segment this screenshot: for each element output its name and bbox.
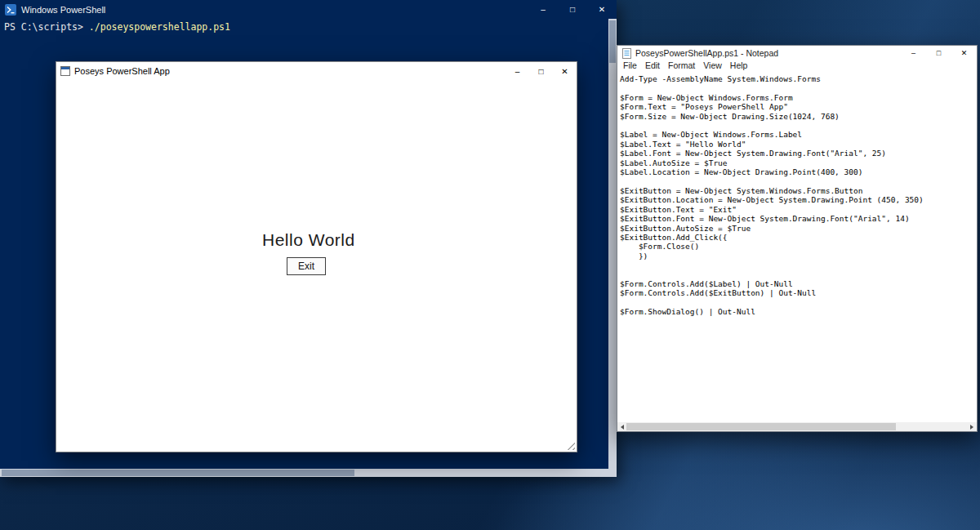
notepad-icon [622, 48, 631, 59]
code-line: $Label = New-Object Windows.Forms.Label [620, 130, 974, 139]
code-line [620, 83, 974, 92]
powershell-icon [5, 4, 16, 16]
notepad-titlebar[interactable]: PoseysPowerShellApp.ps1 - Notepad – □ ✕ [617, 46, 977, 60]
code-line [620, 261, 974, 269]
code-line: $Form.Size = New-Object Drawing.Size(102… [620, 112, 974, 121]
resize-grip-icon[interactable] [564, 439, 575, 450]
close-button[interactable]: ✕ [553, 62, 577, 80]
forms-app-titlebar[interactable]: Poseys PowerShell App – □ ✕ [56, 62, 577, 80]
maximize-button[interactable]: □ [926, 46, 951, 60]
scrollbar-thumb[interactable] [2, 470, 354, 476]
powershell-window-controls: – □ ✕ [528, 0, 617, 19]
code-line: $ExitButton.AutoSize = $True [620, 224, 974, 233]
console-prompt-line: PS C:\scripts> ./poseyspowershellapp.ps1 [4, 21, 604, 33]
close-button[interactable]: ✕ [951, 46, 977, 60]
scrollbar-thumb[interactable] [609, 20, 616, 63]
code-line [620, 270, 974, 279]
notepad-title: PoseysPowerShellApp.ps1 - Notepad [635, 48, 778, 58]
powershell-titlebar[interactable]: Windows PowerShell – □ ✕ [0, 0, 617, 19]
scrollbar-corner [608, 469, 617, 477]
menu-item[interactable]: File [619, 60, 641, 70]
minimize-button[interactable]: – [901, 46, 926, 60]
forms-app-client-area: Hello World Exit [56, 80, 577, 452]
code-line: $Form.Controls.Add($Label) | Out-Null [620, 279, 974, 288]
code-line: $ExitButton.Add_Click({ [620, 233, 974, 242]
code-line: Add-Type -AssemblyName System.Windows.Fo… [620, 74, 974, 83]
console-prompt: PS C:\scripts> [4, 21, 89, 33]
desktop-background: Windows PowerShell – □ ✕ PS C:\scripts> … [0, 0, 980, 530]
scrollbar-thumb[interactable] [626, 423, 896, 430]
code-line: $Label.Location = New-Object Drawing.Poi… [620, 167, 974, 176]
close-button[interactable]: ✕ [587, 0, 617, 19]
code-line: $Label.Font = New-Object System.Drawing.… [620, 149, 974, 158]
code-line: $Label.AutoSize = $True [620, 158, 974, 167]
powershell-vertical-scrollbar[interactable] [608, 19, 617, 469]
code-line: $ExitButton = New-Object System.Windows.… [620, 186, 974, 195]
code-line: $Form.Text = "Poseys PowerShell App" [620, 102, 974, 111]
forms-app-title: Poseys PowerShell App [74, 66, 170, 76]
powershell-horizontal-scrollbar[interactable] [0, 469, 608, 477]
console-command: ./poseyspowershellapp.ps1 [89, 21, 230, 33]
notepad-menubar: FileEditFormatViewHelp [617, 60, 977, 73]
code-line [620, 298, 974, 307]
form-icon [60, 66, 70, 76]
code-line: }) [620, 252, 974, 261]
code-line: $ExitButton.Font = New-Object System.Dra… [620, 214, 974, 223]
code-line [620, 121, 974, 130]
forms-window-controls: – □ ✕ [506, 62, 577, 80]
scroll-right-arrow-icon[interactable] [968, 422, 977, 431]
maximize-button[interactable]: □ [558, 0, 587, 19]
notepad-window-controls: – □ ✕ [901, 46, 977, 60]
code-line: $Label.Text = "Hello World" [620, 140, 974, 149]
notepad-window: PoseysPowerShellApp.ps1 - Notepad – □ ✕ … [617, 45, 978, 432]
minimize-button[interactable]: – [528, 0, 558, 19]
code-line: $Form.Controls.Add($ExitButton) | Out-Nu… [620, 288, 974, 297]
code-line: $Form.Close() [620, 242, 974, 251]
code-line [620, 176, 974, 185]
notepad-horizontal-scrollbar[interactable] [617, 422, 977, 431]
exit-button[interactable]: Exit [287, 257, 326, 275]
forms-app-window: Poseys PowerShell App – □ ✕ Hello World … [56, 61, 577, 452]
hello-world-label: Hello World [262, 230, 355, 250]
maximize-button[interactable]: □ [529, 62, 553, 80]
menu-item[interactable]: View [699, 60, 726, 70]
menu-item[interactable]: Format [664, 60, 699, 70]
menu-item[interactable]: Help [726, 60, 752, 70]
scroll-left-arrow-icon[interactable] [617, 422, 626, 431]
minimize-button[interactable]: – [506, 62, 529, 80]
notepad-text-area[interactable]: Add-Type -AssemblyName System.Windows.Fo… [617, 73, 977, 422]
powershell-title: Windows PowerShell [21, 5, 105, 15]
menu-item[interactable]: Edit [641, 60, 664, 70]
code-line: $Form = New-Object Windows.Forms.Form [620, 93, 974, 102]
code-line: $ExitButton.Location = New-Object System… [620, 195, 974, 204]
code-line: $ExitButton.Text = "Exit" [620, 205, 974, 214]
code-line: $Form.ShowDialog() | Out-Null [620, 307, 974, 316]
